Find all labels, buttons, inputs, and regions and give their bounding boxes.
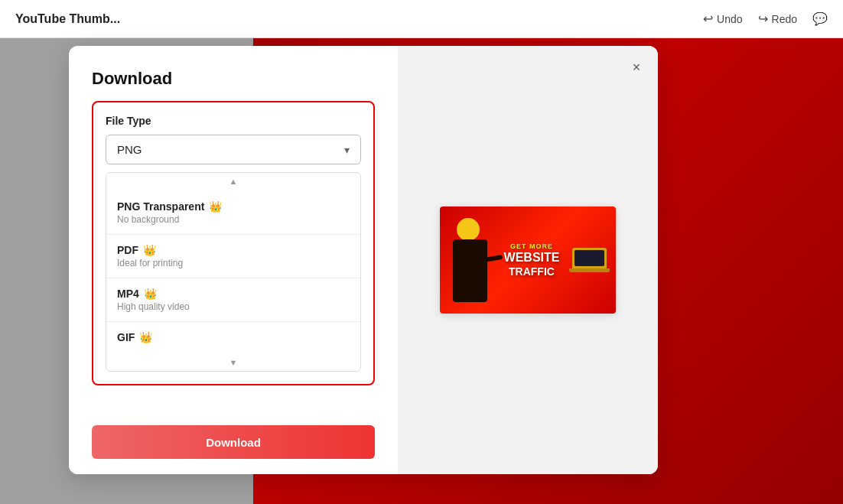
undo-label: Undo [717,13,742,25]
format-option-mp4[interactable]: MP4 👑 High quality video [106,280,360,320]
premium-crown-icon: 👑 [144,288,157,300]
format-desc: No background [117,214,350,225]
modal-close-button[interactable]: × [626,57,647,78]
format-option-pdf[interactable]: PDF 👑 Ideal for printing [106,236,360,276]
selected-format-text: PNG [117,143,142,156]
undo-button[interactable]: ↩ Undo [703,11,742,26]
preview-laptop-base [569,268,610,272]
modal-overlay: × Download File Type PNG ▾ ▲ [0,38,843,504]
close-icon: × [633,60,641,76]
scroll-up-arrow[interactable]: ▲ [106,173,360,190]
redo-icon: ↪ [758,11,768,26]
format-name: PDF [117,244,138,256]
file-type-label: File Type [106,115,361,127]
preview-laptop-screen [574,250,604,266]
dropdown-divider [106,278,360,278]
premium-crown-icon: 👑 [143,244,156,256]
toolbar-actions: ↩ Undo ↪ Redo 💬 [703,11,828,26]
redo-button[interactable]: ↪ Redo [758,11,797,26]
format-dropdown-trigger[interactable]: PNG ▾ [106,135,361,164]
modal-left-panel: Download File Type PNG ▾ ▲ PNG Transpare… [69,46,398,474]
top-bar: YouTube Thumb... ↩ Undo ↪ Redo 💬 [0,0,843,38]
modal-right-panel: GET MORE WEBSITE TRAFFIC [398,46,658,474]
undo-icon: ↩ [703,11,713,26]
scroll-down-arrow[interactable]: ▼ [106,354,360,371]
premium-crown-icon: 👑 [139,331,152,343]
premium-crown-icon: 👑 [209,200,222,213]
preview-traffic-text: TRAFFIC [509,265,555,278]
preview-person [449,218,491,302]
comment-icon: 💬 [812,11,828,26]
preview-thumbnail: GET MORE WEBSITE TRAFFIC [440,206,616,314]
format-desc: High quality video [117,301,350,312]
preview-inner: GET MORE WEBSITE TRAFFIC [440,206,616,314]
redo-label: Redo [772,13,797,25]
dropdown-divider [106,234,360,235]
preview-website-text: WEBSITE [504,252,560,264]
preview-get-more-text: GET MORE [510,242,553,250]
format-name: GIF [117,331,135,343]
download-button[interactable]: Download [92,425,375,459]
modal-title: Download [92,69,375,89]
preview-text-area: GET MORE WEBSITE TRAFFIC [504,242,560,278]
preview-laptop [572,248,607,272]
format-dropdown-list: ▲ PNG Transparent 👑 No background [106,172,361,372]
format-name: MP4 [117,288,139,300]
chevron-down-icon: ▾ [344,144,350,156]
dropdown-scrollable[interactable]: PNG Transparent 👑 No background PDF 👑 [106,190,360,354]
app-title: YouTube Thumb... [15,12,120,26]
format-option-png-transparent[interactable]: PNG Transparent 👑 No background [106,193,360,232]
comment-button[interactable]: 💬 [812,11,828,26]
download-modal: × Download File Type PNG ▾ ▲ [69,46,658,474]
file-type-section: File Type PNG ▾ ▲ PNG Transparent 👑 [92,101,375,385]
dropdown-divider [106,321,360,322]
format-option-gif[interactable]: GIF 👑 [106,324,360,351]
format-desc: Ideal for printing [117,258,350,268]
download-button-label: Download [206,436,261,449]
format-name: PNG Transparent [117,200,204,213]
